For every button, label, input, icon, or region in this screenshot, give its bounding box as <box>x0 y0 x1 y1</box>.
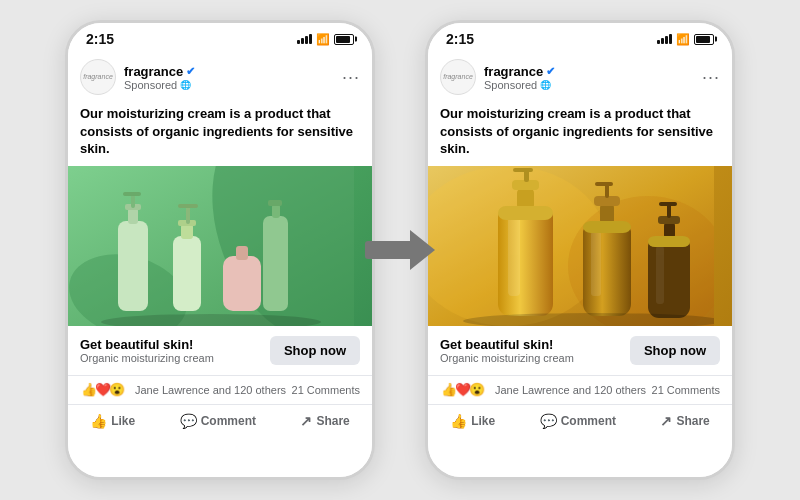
svg-rect-40 <box>659 202 677 206</box>
like-icon-1: 👍 <box>90 413 107 429</box>
svg-rect-17 <box>268 200 282 206</box>
svg-rect-28 <box>513 168 533 172</box>
reaction-emojis-2: 👍 ❤️ 😮 <box>440 381 482 399</box>
share-icon-1: ↗ <box>300 413 312 429</box>
verified-badge-2: ✔ <box>546 65 555 78</box>
comment-button-2[interactable]: 💬 Comment <box>532 409 624 433</box>
wow-emoji-1: 😮 <box>108 381 126 399</box>
like-button-1[interactable]: 👍 Like <box>82 409 143 433</box>
svg-rect-16 <box>272 204 280 218</box>
ad-image-green-1 <box>68 166 372 326</box>
ad-header-2: fragrance fragrance ✔ Sponsored 🌐 ··· <box>428 51 732 99</box>
reactions-left-1: 👍 ❤️ 😮 Jane Lawrence and 120 others <box>80 381 286 399</box>
ad-brand-1: fragrance fragrance ✔ Sponsored 🌐 <box>80 59 195 95</box>
battery-icon-1 <box>334 34 354 45</box>
dots-menu-2[interactable]: ··· <box>702 67 720 88</box>
status-bar-1: 2:15 📶 <box>68 23 372 51</box>
status-time-1: 2:15 <box>86 31 114 47</box>
comment-icon-2: 💬 <box>540 413 557 429</box>
reactions-text-2: Jane Lawrence and 120 others <box>495 384 646 396</box>
comment-button-1[interactable]: 💬 Comment <box>172 409 264 433</box>
ad-text-2: Our moisturizing cream is a product that… <box>428 99 732 166</box>
svg-rect-12 <box>178 204 198 208</box>
status-icons-1: 📶 <box>297 33 354 46</box>
globe-icon-2: 🌐 <box>540 80 551 90</box>
svg-rect-7 <box>123 192 141 196</box>
svg-rect-29 <box>508 216 520 296</box>
shop-now-button-2[interactable]: Shop now <box>630 336 720 365</box>
dots-menu-1[interactable]: ··· <box>342 67 360 88</box>
cta-headline-2: Get beautiful skin! <box>440 337 574 352</box>
wow-emoji-2: 😮 <box>468 381 486 399</box>
svg-rect-8 <box>173 236 201 311</box>
reactions-row-1: 👍 ❤️ 😮 Jane Lawrence and 120 others 21 C… <box>68 376 372 405</box>
svg-rect-34 <box>595 182 613 186</box>
status-icons-2: 📶 <box>657 33 714 46</box>
brand-name-2: fragrance ✔ <box>484 64 555 79</box>
svg-rect-30 <box>583 221 631 316</box>
globe-icon-1: 🌐 <box>180 80 191 90</box>
svg-rect-6 <box>131 194 135 208</box>
reactions-row-2: 👍 ❤️ 😮 Jane Lawrence and 120 others 21 C… <box>428 376 732 405</box>
share-icon-2: ↗ <box>660 413 672 429</box>
svg-rect-3 <box>118 221 148 311</box>
svg-rect-4 <box>128 208 138 224</box>
svg-rect-36 <box>648 236 690 318</box>
brand-logo-1: fragrance <box>80 59 116 95</box>
battery-icon-2 <box>694 34 714 45</box>
signal-icon-1 <box>297 34 312 44</box>
brand-name-1: fragrance ✔ <box>124 64 195 79</box>
reaction-emojis-1: 👍 ❤️ 😮 <box>80 381 122 399</box>
status-bar-2: 2:15 📶 <box>428 23 732 51</box>
svg-rect-43 <box>583 221 631 233</box>
brand-sub-2: Sponsored 🌐 <box>484 79 555 91</box>
cta-subtext-1: Organic moisturizing cream <box>80 352 214 364</box>
brand-sub-1: Sponsored 🌐 <box>124 79 195 91</box>
share-button-1[interactable]: ↗ Share <box>292 409 357 433</box>
ad-card-2: fragrance fragrance ✔ Sponsored 🌐 ··· <box>428 51 732 477</box>
ad-header-1: fragrance fragrance ✔ Sponsored 🌐 ··· <box>68 51 372 99</box>
svg-rect-9 <box>181 224 193 239</box>
svg-rect-19 <box>365 241 415 259</box>
brand-info-1: fragrance ✔ Sponsored 🌐 <box>124 64 195 91</box>
svg-rect-11 <box>186 206 190 224</box>
cta-headline-1: Get beautiful skin! <box>80 337 214 352</box>
phone-1: 2:15 📶 fragrance <box>65 20 375 480</box>
comments-count-2: 21 Comments <box>652 384 720 396</box>
verified-badge-1: ✔ <box>186 65 195 78</box>
svg-rect-44 <box>648 236 690 247</box>
svg-marker-20 <box>410 230 435 270</box>
action-bar-1: 👍 Like 💬 Comment ↗ Share <box>68 405 372 437</box>
scene: 2:15 📶 fragrance <box>65 20 735 480</box>
cta-text-2: Get beautiful skin! Organic moisturizing… <box>440 337 574 364</box>
like-icon-2: 👍 <box>450 413 467 429</box>
ad-text-1: Our moisturizing cream is a product that… <box>68 99 372 166</box>
brand-logo-2: fragrance <box>440 59 476 95</box>
wifi-icon-2: 📶 <box>676 33 690 46</box>
ad-image-golden-2 <box>428 166 732 326</box>
status-time-2: 2:15 <box>446 31 474 47</box>
shop-now-button-1[interactable]: Shop now <box>270 336 360 365</box>
svg-rect-41 <box>656 246 664 304</box>
svg-rect-35 <box>591 231 601 296</box>
svg-rect-42 <box>498 206 553 220</box>
like-button-2[interactable]: 👍 Like <box>442 409 503 433</box>
phone-2: 2:15 📶 fragrance <box>425 20 735 480</box>
action-bar-2: 👍 Like 💬 Comment ↗ Share <box>428 405 732 437</box>
svg-rect-24 <box>498 206 553 316</box>
svg-rect-13 <box>223 256 261 311</box>
svg-rect-14 <box>236 246 248 260</box>
share-button-2[interactable]: ↗ Share <box>652 409 717 433</box>
ad-card-1: fragrance fragrance ✔ Sponsored 🌐 ··· <box>68 51 372 477</box>
cta-text-1: Get beautiful skin! Organic moisturizing… <box>80 337 214 364</box>
transition-arrow <box>365 225 435 275</box>
comments-count-1: 21 Comments <box>292 384 360 396</box>
signal-icon-2 <box>657 34 672 44</box>
ad-cta-2: Get beautiful skin! Organic moisturizing… <box>428 326 732 376</box>
cta-subtext-2: Organic moisturizing cream <box>440 352 574 364</box>
comment-icon-1: 💬 <box>180 413 197 429</box>
svg-rect-15 <box>263 216 288 311</box>
ad-brand-2: fragrance fragrance ✔ Sponsored 🌐 <box>440 59 555 95</box>
reactions-text-1: Jane Lawrence and 120 others <box>135 384 286 396</box>
ad-cta-1: Get beautiful skin! Organic moisturizing… <box>68 326 372 376</box>
